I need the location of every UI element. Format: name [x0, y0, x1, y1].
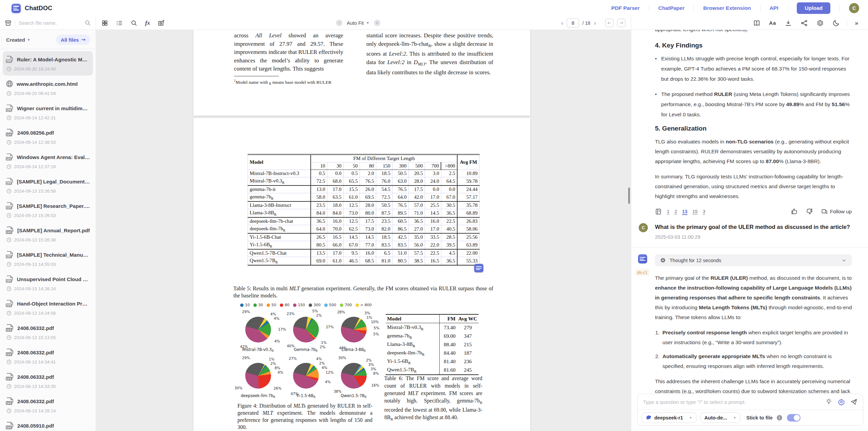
- send-icon[interactable]: [850, 398, 857, 406]
- list-item[interactable]: www.anthropic.com.html2024-09-20 09:41:0…: [3, 76, 93, 100]
- history-forward-button[interactable]: →: [617, 19, 625, 27]
- column-header: 150: [376, 162, 392, 170]
- page-reference[interactable]: 15: [693, 209, 698, 214]
- pie-value-label: 1%: [269, 357, 275, 361]
- column-header: 500: [408, 162, 425, 170]
- openai-icon[interactable]: [816, 19, 824, 27]
- nav-link-chatpaper[interactable]: ChatPaper: [658, 5, 685, 11]
- sort-dropdown[interactable]: Created: [6, 37, 25, 43]
- pdf-canvas[interactable]: across All Level showed an average impro…: [96, 30, 631, 431]
- previous-page-icon[interactable]: ‹: [561, 19, 563, 27]
- page-reference[interactable]: 3: [703, 209, 706, 214]
- user-question: C What is the primary goal of the ULER m…: [655, 224, 852, 240]
- value-cell: 89.5: [392, 209, 408, 217]
- book-icon[interactable]: [753, 19, 760, 27]
- list-item[interactable]: PDF[SAMPLE] Research_Paper.pdf2024-09-13…: [3, 198, 93, 222]
- model-select[interactable]: deepseek-r1 ▼: [642, 412, 696, 423]
- zoom-in-button[interactable]: +: [374, 20, 380, 26]
- follow-up-button[interactable]: Follow up: [821, 208, 852, 215]
- model-cell: Mistral-7B-v0.3R: [248, 177, 311, 185]
- all-files-button[interactable]: All files →: [56, 35, 90, 45]
- question-text: What is the primary goal of the ULER met…: [655, 224, 852, 230]
- list-item[interactable]: PDFUnsupervised Point Cloud Re...2024-09…: [3, 271, 93, 295]
- user-avatar[interactable]: C: [849, 3, 859, 13]
- footnote: 1Model name with R means base model with…: [234, 78, 343, 87]
- detect-mode-select[interactable]: Auto-de... ▼: [700, 412, 740, 423]
- chat-table-marker-icon[interactable]: [474, 264, 483, 272]
- list-item[interactable]: PDFWigner current in multidimen...2024-0…: [3, 100, 93, 124]
- value-cell: 16.0: [360, 249, 376, 257]
- value-cell: 82.0: [376, 225, 392, 233]
- table-row: deepseek-llm-7bR64.070.062.573.082.086.5…: [248, 225, 480, 233]
- pdf-scrollbar[interactable]: [628, 188, 630, 204]
- upload-button[interactable]: Upload: [797, 2, 830, 14]
- value-cell: 20.5: [408, 170, 425, 177]
- next-page-icon[interactable]: ›: [594, 19, 596, 27]
- chat-thread[interactable]: appropriate lengths when not specified).…: [631, 30, 868, 431]
- file-search[interactable]: [19, 20, 91, 26]
- legend-dot: [293, 303, 296, 307]
- list-item[interactable]: PDF[SAMPLE] Technical_Manual....2024-09-…: [3, 247, 93, 271]
- list-item[interactable]: PDF[SAMPLE] Legal_Document.pdf2024-09-13…: [3, 173, 93, 198]
- value-cell: 42.5: [392, 233, 408, 241]
- pdf-file-icon: PDF: [5, 324, 14, 332]
- screenshot-icon[interactable]: [158, 19, 165, 26]
- formula-icon[interactable]: fx: [145, 20, 150, 26]
- file-title: 2409.08256.pdf: [17, 130, 54, 136]
- search-input[interactable]: [19, 20, 84, 26]
- thumbnail-grid-icon[interactable]: [101, 20, 108, 26]
- value-cell: 40.5: [441, 225, 457, 233]
- list-item[interactable]: PDFWindows Agent Arena: Evalua...2024-09…: [3, 149, 93, 173]
- clock-icon: [6, 335, 12, 340]
- list-item[interactable]: PDF2409.08256.pdf2024-09-14 12:38:53: [3, 124, 93, 149]
- collapse-panel-icon[interactable]: »: [854, 19, 859, 27]
- thumbs-down-icon[interactable]: [806, 208, 813, 215]
- lightbulb-icon[interactable]: [825, 398, 832, 406]
- share-icon[interactable]: [801, 19, 808, 27]
- legend-dot: [253, 303, 257, 307]
- zoom-out-button[interactable]: −: [336, 20, 342, 26]
- pie-value-label: 4%: [316, 357, 322, 361]
- brand[interactable]: ChatDOC: [12, 4, 52, 13]
- page-references-icon[interactable]: [655, 208, 662, 215]
- question-timestamp: 2025-03-03 11:00:29: [655, 234, 852, 240]
- download-icon[interactable]: [785, 19, 792, 27]
- thumbs-up-icon[interactable]: [791, 208, 798, 215]
- search-document-icon[interactable]: [131, 20, 137, 26]
- clock-icon: [6, 359, 12, 365]
- list-item[interactable]: PDF2408.06332.pdf2024-08-13 15:13:55: [3, 320, 93, 344]
- font-size-icon[interactable]: Aa: [769, 20, 776, 26]
- value-cell: 39.5: [441, 241, 457, 249]
- thought-toggle[interactable]: Thought for 12 seconds: [655, 254, 852, 266]
- prompt-settings-gear-icon[interactable]: [838, 398, 845, 406]
- stick-to-file-toggle[interactable]: [787, 414, 801, 422]
- archive-icon[interactable]: [5, 20, 12, 26]
- question-input[interactable]: [643, 399, 820, 405]
- page-reference[interactable]: 2: [675, 209, 677, 214]
- pie-disc: [293, 317, 319, 342]
- svg-text:PDF: PDF: [6, 255, 12, 258]
- page-number-input[interactable]: [567, 18, 579, 27]
- list-item[interactable]: PDF2408.05910.pdf2024-08-13 14:26:51: [3, 417, 93, 431]
- list-item[interactable]: PDF2408.06332.pdf2024-08-13 14:34:41: [3, 344, 93, 369]
- history-back-button[interactable]: ←: [605, 19, 614, 27]
- globe-icon: [5, 80, 14, 88]
- outline-list-icon[interactable]: [116, 20, 123, 26]
- info-icon[interactable]: i: [777, 415, 782, 420]
- page-text-left: across All Level showed an average impro…: [234, 32, 343, 87]
- nav-link-api[interactable]: API: [770, 5, 778, 11]
- dark-mode-moon-icon[interactable]: [832, 19, 840, 27]
- list-item[interactable]: PDFRuler: A Model-Agnostic Meth...2024-0…: [3, 51, 93, 76]
- value-cell: 25.5: [425, 201, 441, 209]
- list-item[interactable]: PDF2408.06332.pdf2024-08-13 14:28:14: [3, 393, 93, 417]
- model-cell: deepseek-llm-7bR: [248, 225, 311, 233]
- list-item[interactable]: PDF2408.06332.pdf2024-08-13 14:33:35: [3, 369, 93, 393]
- page-reference[interactable]: 1: [667, 209, 670, 214]
- zoom-mode-dropdown[interactable]: Auto Fit: [347, 20, 364, 26]
- nav-link-pdf-parser[interactable]: PDF Parser: [611, 5, 640, 11]
- search-icon[interactable]: [84, 20, 91, 26]
- list-item[interactable]: PDF[SAMPLE] Annual_Report.pdf2024-09-13 …: [3, 222, 93, 247]
- page-reference[interactable]: 13: [682, 209, 688, 214]
- nav-link-browser-extension[interactable]: Browser Extension: [703, 5, 751, 11]
- list-item[interactable]: PDFHand-Object Interaction Pretr...2024-…: [3, 295, 93, 320]
